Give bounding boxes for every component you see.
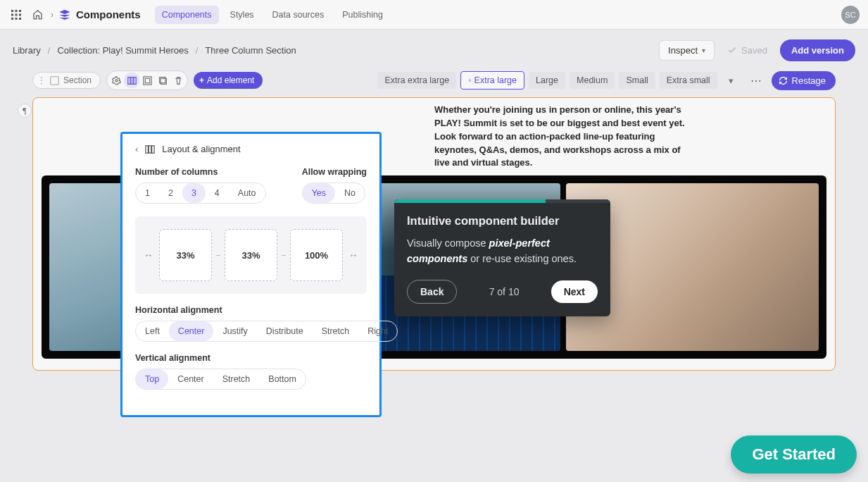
tour-title: Intuitive component builder (407, 214, 598, 228)
col-gap-icon (216, 255, 220, 256)
tour-text: Visually compose pixel-perfect component… (407, 236, 598, 267)
saved-status: Saved (727, 45, 767, 56)
section-chip-label: Section (63, 75, 92, 85)
col-width-2[interactable]: 33% (225, 229, 277, 281)
breadcrumb-chevron-icon: › (51, 10, 54, 20)
halign-justify[interactable]: Justify (213, 321, 256, 341)
valign-segmented: Top Center Stretch Bottom (135, 369, 306, 390)
wrap-label: Allow wrapping (302, 167, 367, 177)
svg-rect-3 (11, 13, 13, 16)
refresh-icon (779, 76, 788, 85)
editor-toolbar: ⋮ Section + Add element Extra extra larg… (32, 70, 836, 90)
crumb-current: Three Column Section (205, 45, 296, 56)
svg-rect-4 (15, 13, 18, 16)
breakpoint-group: Extra extra large ◦Extra large Large Med… (377, 71, 740, 89)
columns-icon[interactable] (124, 73, 139, 88)
padding-icon[interactable] (139, 73, 155, 88)
bp-xl[interactable]: ◦Extra large (460, 71, 524, 89)
restage-button[interactable]: Restage (772, 71, 836, 90)
app-bar: › Components Components Styles Data sour… (0, 0, 868, 30)
col-width-1[interactable]: 33% (159, 229, 212, 281)
trash-icon[interactable] (170, 73, 186, 88)
bp-xxl[interactable]: Extra extra large (377, 72, 456, 89)
layout-mode-toolbar (106, 70, 188, 90)
column-width-preview: ↔ 33% 33% 100% ↔ (135, 216, 367, 294)
tour-step-count: 7 of 10 (489, 286, 520, 297)
svg-rect-7 (15, 18, 18, 20)
bp-chevron-icon[interactable]: ▾ (722, 72, 741, 89)
svg-rect-13 (133, 77, 135, 84)
num-cols-label: Number of columns (135, 167, 266, 177)
halign-left[interactable]: Left (136, 321, 169, 341)
more-menu-icon[interactable]: ⋯ (746, 74, 766, 87)
section-chip[interactable]: ⋮ Section (32, 72, 101, 89)
halign-center[interactable]: Center (169, 321, 214, 341)
valign-bottom[interactable]: Bottom (259, 369, 306, 389)
halign-distribute[interactable]: Distribute (257, 321, 313, 341)
cols-2[interactable]: 2 (159, 183, 182, 203)
num-cols-segmented: 1 2 3 4 Auto (135, 183, 266, 204)
svg-rect-14 (143, 76, 151, 84)
check-icon (727, 45, 737, 55)
inspect-dropdown[interactable]: Inspect ▾ (659, 40, 715, 61)
cols-auto[interactable]: Auto (229, 183, 265, 203)
dot-icon: ◦ (468, 75, 471, 85)
tour-next-button[interactable]: Next (551, 280, 598, 303)
svg-rect-20 (152, 145, 155, 153)
svg-rect-18 (146, 145, 149, 153)
svg-rect-19 (149, 145, 152, 153)
svg-rect-12 (130, 77, 132, 84)
home-icon[interactable] (30, 7, 45, 23)
add-element-button[interactable]: + Add element (194, 72, 263, 89)
onboarding-tour-card: Intuitive component builder Visually com… (394, 199, 610, 316)
wrap-no[interactable]: No (335, 183, 365, 203)
get-started-button[interactable]: Get Started (731, 435, 857, 474)
svg-rect-1 (15, 10, 18, 12)
drag-handle-icon[interactable]: ⋮ (37, 75, 46, 85)
bp-xs[interactable]: Extra small (660, 72, 717, 89)
valign-stretch[interactable]: Stretch (213, 369, 260, 389)
cols-4[interactable]: 4 (206, 183, 229, 203)
page-title: Components (76, 8, 141, 20)
saved-label: Saved (741, 45, 767, 56)
components-logo-icon (59, 9, 70, 20)
settings-icon[interactable] (108, 73, 124, 88)
tab-components[interactable]: Components (155, 6, 219, 24)
plus-icon: + (199, 75, 204, 85)
cols-3[interactable]: 3 (182, 183, 206, 203)
crumb-library[interactable]: Library (13, 45, 41, 56)
halign-stretch[interactable]: Stretch (313, 321, 359, 341)
bp-md[interactable]: Medium (570, 72, 615, 89)
copy-icon[interactable] (155, 73, 170, 88)
layout-alignment-panel: ‹ Layout & alignment Number of columns 1… (120, 132, 382, 417)
svg-rect-11 (127, 77, 130, 84)
section-outline-icon (50, 76, 59, 85)
crumb-sep: / (196, 45, 199, 56)
chevron-down-icon: ▾ (702, 47, 705, 54)
tab-publishing[interactable]: Publishing (335, 6, 390, 24)
crumb-collection[interactable]: Collection: Play! Summit Heroes (57, 45, 188, 56)
valign-top[interactable]: Top (136, 369, 168, 389)
stage-paragraph[interactable]: Whether you're joining us in person or o… (434, 104, 694, 170)
col-width-3[interactable]: 100% (290, 229, 343, 281)
bp-sm[interactable]: Small (619, 72, 655, 89)
svg-rect-6 (11, 18, 13, 20)
wrap-yes[interactable]: Yes (303, 183, 335, 203)
svg-rect-0 (11, 10, 13, 12)
svg-rect-2 (19, 10, 21, 12)
halign-right[interactable]: Right (358, 321, 397, 341)
paragraph-marker-icon[interactable]: ¶ (18, 104, 32, 118)
resize-left-icon[interactable]: ↔ (142, 249, 155, 261)
panel-back-icon[interactable]: ‹ (135, 144, 138, 154)
tab-data-sources[interactable]: Data sources (265, 6, 332, 24)
tab-styles[interactable]: Styles (223, 6, 261, 24)
add-version-button[interactable]: Add version (780, 39, 855, 61)
resize-right-icon[interactable]: ↔ (347, 249, 360, 261)
bp-lg[interactable]: Large (529, 72, 565, 89)
valign-center[interactable]: Center (168, 369, 213, 389)
svg-rect-15 (145, 78, 150, 83)
apps-icon[interactable] (8, 7, 24, 23)
user-avatar[interactable]: SC (841, 6, 860, 24)
cols-1[interactable]: 1 (136, 183, 159, 203)
tour-back-button[interactable]: Back (407, 280, 457, 304)
